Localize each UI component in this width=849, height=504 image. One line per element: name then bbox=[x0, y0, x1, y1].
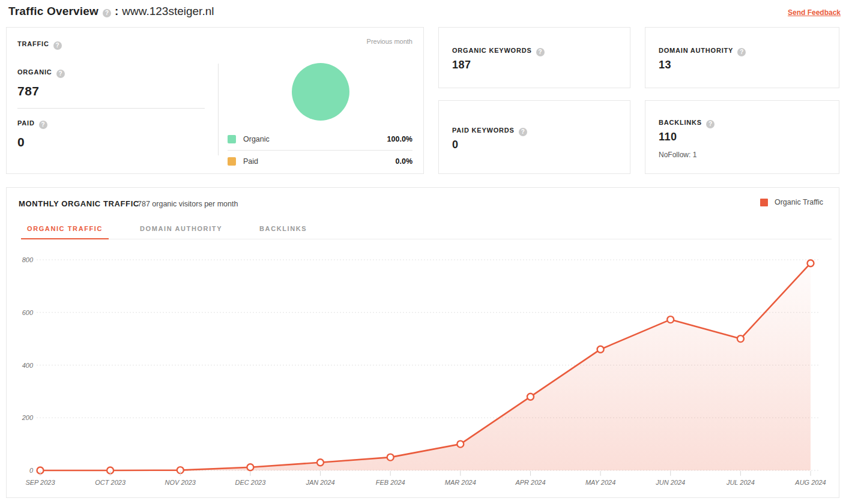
traffic-card: TRAFFIC Previous month ORGANIC 787 PAID … bbox=[6, 27, 424, 174]
analyzed-domain: www.123steiger.nl bbox=[122, 5, 214, 17]
organic-label: ORGANIC bbox=[17, 68, 52, 76]
traffic-card-title: TRAFFIC bbox=[17, 40, 49, 47]
x-axis-tick-label: JAN 2024 bbox=[305, 479, 334, 486]
legend-label: Organic bbox=[243, 135, 387, 143]
paid-label-row: PAID bbox=[17, 117, 205, 129]
y-axis-tick-label: 600 bbox=[22, 309, 34, 316]
legend-item-organic[interactable]: Organic 100.0% bbox=[228, 128, 412, 150]
legend-label: Paid bbox=[243, 157, 396, 166]
y-axis-tick-label: 800 bbox=[22, 256, 34, 263]
help-icon[interactable] bbox=[536, 48, 545, 56]
label-row: ORGANIC KEYWORDS bbox=[452, 44, 545, 56]
chart-legend-item[interactable]: Organic Traffic bbox=[760, 198, 823, 206]
domain-authority-label: DOMAIN AUTHORITY bbox=[659, 47, 733, 54]
traffic-share-legend: Organic 100.0% Paid 0.0% bbox=[228, 128, 412, 172]
chart-tabs: ORGANIC TRAFFICDOMAIN AUTHORITYBACKLINKS bbox=[21, 221, 832, 239]
data-point-marker[interactable] bbox=[737, 335, 744, 342]
organic-keywords-label: ORGANIC KEYWORDS bbox=[452, 47, 532, 54]
legend-value: 100.0% bbox=[387, 135, 412, 143]
x-axis-tick-label: SEP 2023 bbox=[25, 479, 55, 486]
x-axis-tick-label: NOV 2023 bbox=[165, 479, 196, 486]
title-separator: : bbox=[115, 5, 118, 17]
x-axis-tick-label: DEC 2023 bbox=[235, 479, 267, 486]
tab-domain-authority[interactable]: DOMAIN AUTHORITY bbox=[134, 221, 228, 238]
data-point-marker[interactable] bbox=[457, 441, 464, 448]
x-axis-tick-label: APR 2024 bbox=[515, 479, 545, 486]
help-icon[interactable] bbox=[56, 70, 65, 78]
help-icon[interactable] bbox=[519, 128, 527, 136]
organic-keywords-card: ORGANIC KEYWORDS 187 bbox=[438, 27, 630, 88]
label-row: BACKLINKS bbox=[659, 116, 715, 128]
traffic-metrics: ORGANIC 787 PAID 0 bbox=[17, 65, 205, 149]
legend-value: 0.0% bbox=[396, 157, 413, 166]
traffic-share-pie-chart[interactable] bbox=[292, 63, 349, 121]
monthly-traffic-card: MONTHLY ORGANIC TRAFFIC 787 organic visi… bbox=[6, 187, 839, 498]
legend-item-paid[interactable]: Paid 0.0% bbox=[228, 150, 412, 172]
help-icon[interactable] bbox=[737, 48, 746, 56]
tab-backlinks[interactable]: BACKLINKS bbox=[253, 221, 313, 238]
page-title: Traffic Overview bbox=[8, 5, 98, 18]
help-icon[interactable] bbox=[53, 41, 62, 50]
divider bbox=[17, 108, 205, 109]
chart-legend-label: Organic Traffic bbox=[775, 198, 823, 206]
traffic-line-chart: 0200400600800SEP 2023OCT 2023NOV 2023DEC… bbox=[7, 245, 840, 496]
data-point-marker[interactable] bbox=[667, 316, 674, 323]
send-feedback-link[interactable]: Send Feedback bbox=[788, 8, 841, 17]
x-axis-tick-label: AUG 2024 bbox=[794, 479, 826, 486]
y-axis-tick-label: 200 bbox=[22, 414, 34, 421]
paid-label: PAID bbox=[17, 119, 35, 127]
period-label: Previous month bbox=[367, 38, 412, 45]
paid-keywords-value: 0 bbox=[452, 139, 459, 151]
paid-swatch-icon bbox=[228, 157, 236, 166]
organic-swatch-icon bbox=[228, 135, 236, 143]
vertical-divider bbox=[218, 64, 219, 155]
nofollow-count: NoFollow: 1 bbox=[659, 151, 696, 159]
y-axis-tick-label: 400 bbox=[22, 362, 34, 369]
help-icon[interactable] bbox=[706, 120, 715, 128]
traffic-card-title-row: TRAFFIC bbox=[17, 38, 62, 50]
organic-traffic-value: 787 bbox=[17, 84, 205, 98]
organic-label-row: ORGANIC bbox=[17, 66, 205, 78]
series-area-fill bbox=[40, 263, 811, 470]
page-header: Traffic Overview:www.123steiger.nl Send … bbox=[8, 5, 841, 23]
label-row: DOMAIN AUTHORITY bbox=[659, 44, 746, 56]
help-icon[interactable] bbox=[39, 121, 47, 129]
domain-authority-value: 13 bbox=[659, 59, 671, 71]
chart-subtitle: 787 organic visitors per month bbox=[137, 200, 238, 208]
x-axis-tick-label: JUN 2024 bbox=[655, 479, 685, 486]
paid-traffic-value: 0 bbox=[17, 135, 205, 149]
data-point-marker[interactable] bbox=[527, 394, 534, 400]
data-point-marker[interactable] bbox=[387, 454, 394, 461]
x-axis-tick-label: FEB 2024 bbox=[376, 479, 405, 486]
tab-organic-traffic[interactable]: ORGANIC TRAFFIC bbox=[21, 221, 109, 239]
data-point-marker[interactable] bbox=[247, 464, 253, 470]
x-axis-tick-label: MAR 2024 bbox=[445, 479, 476, 486]
y-axis-tick-label: 0 bbox=[29, 467, 34, 474]
data-point-marker[interactable] bbox=[597, 346, 604, 353]
data-point-marker[interactable] bbox=[317, 459, 324, 466]
backlinks-card: BACKLINKS 110 NoFollow: 1 bbox=[645, 100, 839, 174]
backlinks-label: BACKLINKS bbox=[659, 119, 702, 126]
x-axis-tick-label: JUL 2024 bbox=[726, 479, 755, 486]
paid-keywords-card: PAID KEYWORDS 0 bbox=[438, 100, 630, 174]
x-axis-tick-label: MAY 2024 bbox=[585, 479, 615, 486]
organic-keywords-value: 187 bbox=[452, 59, 471, 71]
label-row: PAID KEYWORDS bbox=[452, 124, 527, 136]
help-icon[interactable] bbox=[103, 9, 111, 17]
organic-traffic-swatch-icon bbox=[760, 199, 768, 206]
x-axis-tick-label: OCT 2023 bbox=[95, 479, 126, 486]
chart-title: MONTHLY ORGANIC TRAFFIC bbox=[19, 199, 139, 208]
domain-authority-card: DOMAIN AUTHORITY 13 bbox=[645, 27, 839, 88]
backlinks-value: 110 bbox=[659, 131, 677, 143]
data-point-marker[interactable] bbox=[808, 260, 814, 266]
paid-keywords-label: PAID KEYWORDS bbox=[452, 127, 515, 134]
